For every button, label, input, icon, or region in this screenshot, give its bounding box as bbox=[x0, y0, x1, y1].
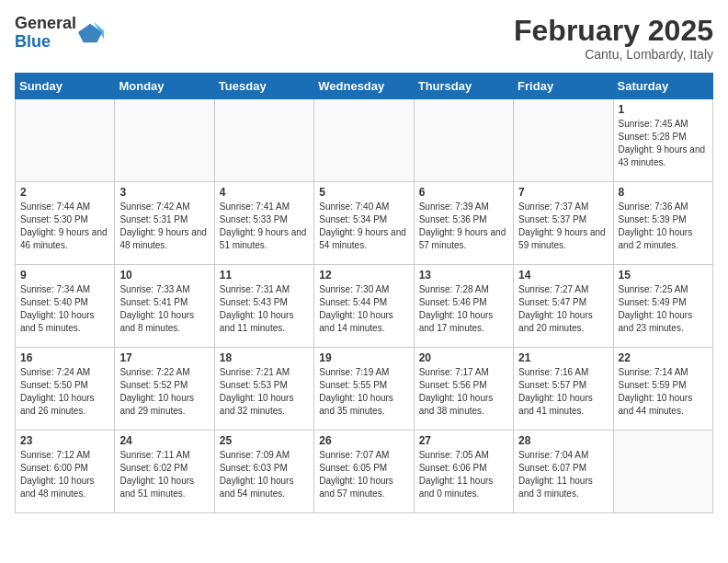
day-info: Sunrise: 7:27 AM Sunset: 5:47 PM Dayligh… bbox=[518, 283, 608, 335]
day-number: 16 bbox=[20, 351, 109, 364]
calendar-cell: 16Sunrise: 7:24 AM Sunset: 5:50 PM Dayli… bbox=[16, 348, 115, 431]
day-number: 14 bbox=[518, 269, 608, 282]
day-number: 28 bbox=[518, 434, 608, 447]
calendar-cell: 3Sunrise: 7:42 AM Sunset: 5:31 PM Daylig… bbox=[115, 182, 214, 265]
calendar-cell bbox=[214, 99, 313, 182]
calendar-cell: 15Sunrise: 7:25 AM Sunset: 5:49 PM Dayli… bbox=[613, 265, 712, 348]
calendar-cell: 7Sunrise: 7:37 AM Sunset: 5:37 PM Daylig… bbox=[514, 182, 613, 265]
calendar-cell bbox=[314, 99, 414, 182]
day-info: Sunrise: 7:44 AM Sunset: 5:30 PM Dayligh… bbox=[20, 201, 109, 252]
day-number: 10 bbox=[119, 269, 209, 282]
day-number: 20 bbox=[419, 351, 508, 364]
day-header-saturday: Saturday bbox=[613, 74, 712, 99]
day-info: Sunrise: 7:04 AM Sunset: 6:07 PM Dayligh… bbox=[518, 449, 608, 500]
calendar-cell: 4Sunrise: 7:41 AM Sunset: 5:33 PM Daylig… bbox=[214, 182, 313, 265]
day-info: Sunrise: 7:30 AM Sunset: 5:44 PM Dayligh… bbox=[319, 283, 408, 335]
calendar-cell: 26Sunrise: 7:07 AM Sunset: 6:05 PM Dayli… bbox=[314, 431, 414, 513]
day-number: 8 bbox=[619, 186, 708, 199]
day-info: Sunrise: 7:12 AM Sunset: 6:00 PM Dayligh… bbox=[20, 449, 109, 500]
day-info: Sunrise: 7:16 AM Sunset: 5:57 PM Dayligh… bbox=[518, 366, 608, 418]
page-header: General Blue February 2025 Cantu, Lombar… bbox=[15, 15, 713, 62]
calendar-cell bbox=[514, 99, 613, 182]
day-number: 11 bbox=[220, 269, 309, 282]
day-info: Sunrise: 7:41 AM Sunset: 5:33 PM Dayligh… bbox=[220, 201, 309, 252]
day-info: Sunrise: 7:14 AM Sunset: 5:59 PM Dayligh… bbox=[619, 366, 708, 418]
day-info: Sunrise: 7:24 AM Sunset: 5:50 PM Dayligh… bbox=[20, 366, 109, 418]
calendar-cell: 21Sunrise: 7:16 AM Sunset: 5:57 PM Dayli… bbox=[514, 348, 613, 431]
day-number: 6 bbox=[419, 186, 508, 199]
week-row-3: 16Sunrise: 7:24 AM Sunset: 5:50 PM Dayli… bbox=[16, 348, 713, 431]
logo: General Blue bbox=[15, 15, 104, 52]
calendar-cell: 28Sunrise: 7:04 AM Sunset: 6:07 PM Dayli… bbox=[514, 431, 613, 513]
calendar-cell: 8Sunrise: 7:36 AM Sunset: 5:39 PM Daylig… bbox=[613, 182, 712, 265]
calendar-cell: 9Sunrise: 7:34 AM Sunset: 5:40 PM Daylig… bbox=[16, 265, 115, 348]
day-info: Sunrise: 7:09 AM Sunset: 6:03 PM Dayligh… bbox=[220, 449, 309, 500]
calendar-cell: 20Sunrise: 7:17 AM Sunset: 5:56 PM Dayli… bbox=[414, 348, 513, 431]
calendar-cell: 19Sunrise: 7:19 AM Sunset: 5:55 PM Dayli… bbox=[314, 348, 414, 431]
day-header-tuesday: Tuesday bbox=[214, 74, 313, 99]
day-number: 22 bbox=[619, 351, 708, 364]
day-number: 2 bbox=[20, 186, 109, 199]
day-number: 7 bbox=[518, 186, 608, 199]
day-info: Sunrise: 7:37 AM Sunset: 5:37 PM Dayligh… bbox=[518, 201, 608, 252]
calendar-table: SundayMondayTuesdayWednesdayThursdayFrid… bbox=[15, 73, 713, 513]
day-info: Sunrise: 7:31 AM Sunset: 5:43 PM Dayligh… bbox=[220, 283, 309, 335]
day-header-wednesday: Wednesday bbox=[314, 74, 414, 99]
calendar-cell: 24Sunrise: 7:11 AM Sunset: 6:02 PM Dayli… bbox=[115, 431, 214, 513]
logo-blue: Blue bbox=[15, 33, 76, 52]
calendar-cell: 14Sunrise: 7:27 AM Sunset: 5:47 PM Dayli… bbox=[514, 265, 613, 348]
day-number: 21 bbox=[518, 351, 608, 364]
day-number: 26 bbox=[319, 434, 408, 447]
logo-icon bbox=[78, 20, 104, 46]
day-info: Sunrise: 7:11 AM Sunset: 6:02 PM Dayligh… bbox=[119, 449, 209, 500]
calendar-cell: 12Sunrise: 7:30 AM Sunset: 5:44 PM Dayli… bbox=[314, 265, 414, 348]
day-number: 17 bbox=[119, 351, 209, 364]
calendar-cell: 10Sunrise: 7:33 AM Sunset: 5:41 PM Dayli… bbox=[115, 265, 214, 348]
day-header-monday: Monday bbox=[115, 74, 214, 99]
week-row-2: 9Sunrise: 7:34 AM Sunset: 5:40 PM Daylig… bbox=[16, 265, 713, 348]
day-number: 5 bbox=[319, 186, 408, 199]
calendar-cell: 22Sunrise: 7:14 AM Sunset: 5:59 PM Dayli… bbox=[613, 348, 712, 431]
calendar-cell bbox=[613, 431, 712, 513]
logo-general: General bbox=[15, 15, 76, 33]
day-number: 4 bbox=[220, 186, 309, 199]
calendar-cell: 13Sunrise: 7:28 AM Sunset: 5:46 PM Dayli… bbox=[414, 265, 513, 348]
day-info: Sunrise: 7:22 AM Sunset: 5:52 PM Dayligh… bbox=[119, 366, 209, 418]
day-info: Sunrise: 7:25 AM Sunset: 5:49 PM Dayligh… bbox=[619, 283, 708, 335]
calendar-cell: 23Sunrise: 7:12 AM Sunset: 6:00 PM Dayli… bbox=[16, 431, 115, 513]
day-header-friday: Friday bbox=[514, 74, 613, 99]
title-block: February 2025 Cantu, Lombardy, Italy bbox=[514, 15, 713, 62]
calendar-cell: 2Sunrise: 7:44 AM Sunset: 5:30 PM Daylig… bbox=[16, 182, 115, 265]
calendar-cell bbox=[414, 99, 513, 182]
week-row-4: 23Sunrise: 7:12 AM Sunset: 6:00 PM Dayli… bbox=[16, 431, 713, 513]
day-info: Sunrise: 7:07 AM Sunset: 6:05 PM Dayligh… bbox=[319, 449, 408, 500]
day-info: Sunrise: 7:45 AM Sunset: 5:28 PM Dayligh… bbox=[619, 118, 708, 169]
day-info: Sunrise: 7:34 AM Sunset: 5:40 PM Dayligh… bbox=[20, 283, 109, 335]
calendar-cell: 11Sunrise: 7:31 AM Sunset: 5:43 PM Dayli… bbox=[214, 265, 313, 348]
day-number: 1 bbox=[619, 103, 708, 116]
day-number: 19 bbox=[319, 351, 408, 364]
day-number: 18 bbox=[220, 351, 309, 364]
day-number: 15 bbox=[619, 269, 708, 282]
logo-text: General Blue bbox=[15, 15, 76, 52]
day-number: 23 bbox=[20, 434, 109, 447]
day-info: Sunrise: 7:33 AM Sunset: 5:41 PM Dayligh… bbox=[119, 283, 209, 335]
calendar-cell: 5Sunrise: 7:40 AM Sunset: 5:34 PM Daylig… bbox=[314, 182, 414, 265]
day-number: 3 bbox=[119, 186, 209, 199]
calendar-cell: 25Sunrise: 7:09 AM Sunset: 6:03 PM Dayli… bbox=[214, 431, 313, 513]
day-info: Sunrise: 7:19 AM Sunset: 5:55 PM Dayligh… bbox=[319, 366, 408, 418]
day-info: Sunrise: 7:42 AM Sunset: 5:31 PM Dayligh… bbox=[119, 201, 209, 252]
week-row-0: 1Sunrise: 7:45 AM Sunset: 5:28 PM Daylig… bbox=[16, 99, 713, 182]
calendar-cell bbox=[115, 99, 214, 182]
day-info: Sunrise: 7:40 AM Sunset: 5:34 PM Dayligh… bbox=[319, 201, 408, 252]
day-info: Sunrise: 7:28 AM Sunset: 5:46 PM Dayligh… bbox=[419, 283, 508, 335]
month-title: February 2025 bbox=[514, 15, 713, 47]
day-header-thursday: Thursday bbox=[414, 74, 513, 99]
day-info: Sunrise: 7:39 AM Sunset: 5:36 PM Dayligh… bbox=[419, 201, 508, 252]
subtitle: Cantu, Lombardy, Italy bbox=[514, 47, 713, 62]
day-number: 12 bbox=[319, 269, 408, 282]
day-info: Sunrise: 7:21 AM Sunset: 5:53 PM Dayligh… bbox=[220, 366, 309, 418]
day-header-sunday: Sunday bbox=[16, 74, 115, 99]
calendar-header-row: SundayMondayTuesdayWednesdayThursdayFrid… bbox=[16, 74, 713, 99]
day-info: Sunrise: 7:36 AM Sunset: 5:39 PM Dayligh… bbox=[619, 201, 708, 252]
